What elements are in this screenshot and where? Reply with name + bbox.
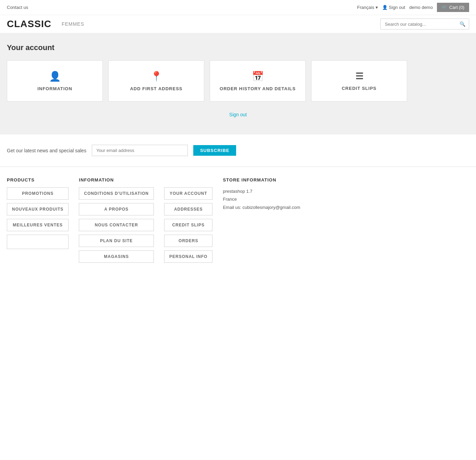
- location-pin-icon: 📍: [150, 71, 162, 82]
- footer-personal-info[interactable]: PERSONAL INFO: [164, 250, 212, 263]
- store-email: Email us: cubizollesmajory@gmail.com: [223, 203, 300, 211]
- sign-out-link[interactable]: Sign out: [229, 112, 247, 117]
- sign-out-top-label: Sign out: [389, 5, 405, 10]
- top-bar: Contact us Français ▾ 👤 Sign out demo de…: [0, 0, 476, 15]
- footer-col-products: PRODUCTS PROMOTIONS NOUVEAUX PRODUITS ME…: [7, 177, 69, 266]
- footer-addresses[interactable]: ADDRESSES: [164, 203, 212, 215]
- footer-col-account: YOUR ACCOUNT ADDRESSES CREDIT SLIPS ORDE…: [164, 177, 212, 266]
- search-button[interactable]: 🔍: [456, 19, 469, 29]
- footer-promotions[interactable]: PROMOTIONS: [7, 187, 69, 200]
- tile-add-first-address[interactable]: 📍 ADD FIRST ADDRESS: [108, 60, 204, 102]
- language-selector[interactable]: Français ▾: [357, 5, 378, 10]
- newsletter-text: Get our latest news and special sales: [7, 148, 86, 153]
- footer-orders[interactable]: ORDERS: [164, 235, 212, 247]
- footer-credit-slips[interactable]: CREDIT SLIPS: [164, 219, 212, 231]
- search-bar: 🔍: [380, 19, 469, 30]
- sign-out-center: Sign out: [7, 112, 469, 117]
- list-icon: ☰: [355, 71, 363, 82]
- search-input[interactable]: [381, 19, 456, 29]
- footer-columns: PRODUCTS PROMOTIONS NOUVEAUX PRODUITS ME…: [7, 177, 469, 266]
- person-icon: 👤: [382, 5, 388, 10]
- main-content: Your account 👤 INFORMATION 📍 ADD FIRST A…: [0, 33, 476, 134]
- store-info: prestashop 1.7 France Email us: cubizoll…: [223, 187, 300, 211]
- sign-out-top-link[interactable]: 👤 Sign out: [382, 5, 405, 10]
- search-icon: 🔍: [460, 21, 465, 27]
- footer-a-propos[interactable]: A PROPOS: [79, 203, 154, 215]
- information-title: INFORMATION: [79, 177, 154, 182]
- store-info-title: STORE INFORMATION: [223, 177, 300, 182]
- calendar-icon: 📅: [252, 71, 264, 82]
- account-footer-title: [164, 177, 212, 182]
- language-label: Français: [357, 5, 374, 10]
- store-country: France: [223, 195, 300, 203]
- subscribe-button[interactable]: SUBSCRIBE: [193, 145, 236, 156]
- contact-us-text: Contact us: [7, 5, 28, 10]
- cart-icon: 🛒: [442, 5, 447, 10]
- footer-meilleures-ventes[interactable]: MEILLEURES VENTES: [7, 219, 69, 231]
- tile-information-label: INFORMATION: [37, 86, 72, 91]
- store-name: prestashop 1.7: [223, 187, 300, 195]
- user-name: demo demo: [409, 5, 433, 10]
- footer-your-account[interactable]: YOUR ACCOUNT: [164, 187, 212, 200]
- footer-magasins[interactable]: MAGASINS: [79, 250, 154, 263]
- email-label: Email us:: [223, 205, 241, 210]
- footer-conditions[interactable]: CONDITIONS D'UTILISATION: [79, 187, 154, 200]
- cart-button[interactable]: 🛒 Cart (0): [437, 3, 469, 12]
- tile-information[interactable]: 👤 INFORMATION: [7, 60, 103, 102]
- footer-empty-products: [7, 235, 69, 249]
- footer-nouveaux-produits[interactable]: NOUVEAUX PRODUITS: [7, 203, 69, 215]
- tile-order-history-label: ORDER HISTORY AND DETAILS: [220, 86, 296, 91]
- footer-plan-du-site[interactable]: PLAN DU SITE: [79, 235, 154, 247]
- tile-credit-slips[interactable]: ☰ CREDIT SLIPS: [311, 60, 407, 102]
- page-title: Your account: [7, 43, 469, 52]
- cart-label: Cart (0): [449, 5, 464, 10]
- logo[interactable]: CLASSIC: [7, 19, 51, 30]
- person-circle-icon: 👤: [49, 71, 61, 82]
- top-bar-right: Français ▾ 👤 Sign out demo demo 🛒 Cart (…: [357, 3, 469, 12]
- footer-nous-contacter[interactable]: NOUS CONTACTER: [79, 219, 154, 231]
- tile-order-history[interactable]: 📅 ORDER HISTORY AND DETAILS: [210, 60, 306, 102]
- chevron-down-icon: ▾: [376, 5, 378, 10]
- products-title: PRODUCTS: [7, 177, 69, 182]
- footer-col-store: STORE INFORMATION prestashop 1.7 France …: [223, 177, 300, 266]
- tile-add-first-address-label: ADD FIRST ADDRESS: [130, 86, 182, 91]
- footer: PRODUCTS PROMOTIONS NOUVEAUX PRODUITS ME…: [0, 167, 476, 276]
- header: CLASSIC FEMMES 🔍: [0, 15, 476, 33]
- email-value: cubizollesmajory@gmail.com: [243, 205, 301, 210]
- footer-col-information: INFORMATION CONDITIONS D'UTILISATION A P…: [79, 177, 154, 266]
- account-tiles: 👤 INFORMATION 📍 ADD FIRST ADDRESS 📅 ORDE…: [7, 60, 469, 102]
- nav-femmes[interactable]: FEMMES: [62, 21, 84, 27]
- tile-credit-slips-label: CREDIT SLIPS: [342, 86, 377, 91]
- newsletter-section: Get our latest news and special sales SU…: [0, 134, 476, 167]
- newsletter-email-input[interactable]: [92, 145, 188, 156]
- contact-us-link[interactable]: Contact us: [7, 5, 28, 10]
